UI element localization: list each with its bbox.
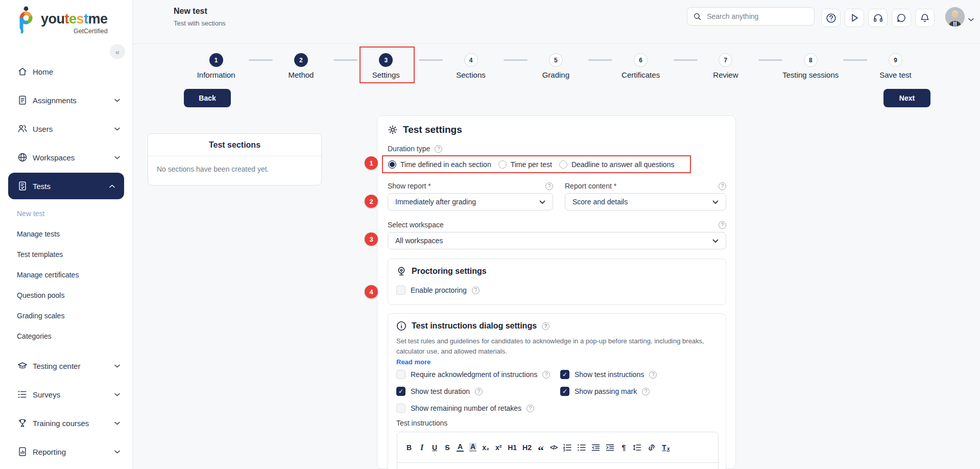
radio-control[interactable]	[559, 160, 567, 169]
ordered-list-icon[interactable]	[563, 443, 571, 452]
sidebar-item-home[interactable]: Home	[0, 57, 132, 86]
submenu-item-grading-scales[interactable]: Grading scales	[0, 306, 132, 326]
italic-icon[interactable]: I	[418, 443, 425, 452]
report-content-dropdown[interactable]: Score and details	[565, 193, 726, 210]
help-icon[interactable]: ?	[475, 388, 483, 395]
heading1-icon[interactable]: H1	[508, 443, 517, 452]
document-icon	[17, 95, 28, 106]
tutorials-button[interactable]	[845, 9, 864, 27]
sidebar-item-assignments[interactable]: Assignments	[0, 86, 132, 114]
sidebar-item-users[interactable]: Users	[0, 114, 132, 143]
chevron-down-icon	[114, 127, 120, 131]
search-icon	[694, 12, 701, 21]
submenu-item-categories[interactable]: Categories	[0, 326, 132, 346]
help-icon[interactable]: ?	[649, 371, 657, 379]
sidebar-item-tests[interactable]: Tests	[8, 173, 124, 199]
sidebar-item-surveys[interactable]: Surveys	[0, 380, 132, 409]
enable-proctoring-checkbox-row[interactable]: Enable proctoring ?	[396, 286, 480, 295]
radio-time-per-test[interactable]: Time per test	[498, 160, 552, 169]
read-more-link[interactable]: Read more	[396, 358, 431, 366]
show-passing-mark-checkbox[interactable]	[560, 387, 569, 396]
messages-button[interactable]	[892, 9, 911, 27]
sidebar-item-workspaces[interactable]: Workspaces	[0, 143, 132, 172]
chevron-down-icon	[114, 156, 120, 159]
submenu-item-question-pools[interactable]: Question pools	[0, 285, 132, 306]
submenu-item-manage-tests[interactable]: Manage tests	[0, 224, 132, 244]
outdent-icon[interactable]	[591, 443, 600, 452]
superscript-icon[interactable]: x²	[495, 443, 502, 452]
strikethrough-icon[interactable]: S	[444, 443, 451, 452]
bullet-list-icon[interactable]	[577, 443, 586, 452]
show-test-instructions-checkbox-row[interactable]: Show test instructions ?	[560, 370, 657, 379]
line-height-icon[interactable]	[633, 443, 641, 452]
workspace-label-row: Select workspace ?	[388, 221, 726, 229]
show-test-instructions-checkbox[interactable]	[560, 370, 569, 379]
editor-content-area[interactable]	[397, 463, 718, 469]
require-acknowledgment-checkbox-row[interactable]: Require acknowledgment of instructions ?	[396, 370, 550, 379]
underline-icon[interactable]: U	[431, 443, 438, 452]
heading2-icon[interactable]: H2	[522, 443, 532, 452]
step-method[interactable]: 2Method	[258, 47, 343, 79]
show-test-duration-checkbox-row[interactable]: Show test duration ?	[396, 387, 483, 396]
help-icon[interactable]: ?	[472, 287, 480, 294]
step-certificates[interactable]: 6Certificates	[598, 47, 683, 79]
home-icon	[17, 66, 28, 77]
show-report-dropdown[interactable]: Immediately after grading	[388, 193, 553, 210]
radio-time-per-section[interactable]: Time defined in each section	[388, 160, 491, 169]
blockquote-icon[interactable]: “	[537, 442, 544, 453]
user-avatar[interactable]	[945, 7, 965, 27]
back-button[interactable]: Back	[184, 89, 231, 107]
report-content-label: Report content *	[565, 182, 616, 190]
sidebar-nav: Home Assignments Users Workspaces Tests	[0, 57, 132, 469]
show-remaining-retakes-checkbox[interactable]	[396, 404, 405, 413]
help-icon[interactable]: ?	[542, 322, 549, 330]
help-icon[interactable]: ?	[719, 182, 726, 190]
help-icon[interactable]: ?	[642, 388, 650, 395]
sidebar-item-reporting[interactable]: Reporting	[0, 437, 132, 466]
help-icon[interactable]: ?	[527, 405, 534, 412]
code-icon[interactable]: </>	[550, 444, 557, 451]
help-icon[interactable]: ?	[542, 371, 550, 379]
step-grading[interactable]: 5Grading	[513, 47, 598, 79]
help-icon[interactable]: ?	[435, 145, 442, 153]
step-information[interactable]: 1Information	[174, 47, 258, 79]
bold-icon[interactable]: B	[405, 443, 413, 452]
help-icon[interactable]: ?	[545, 182, 553, 190]
help-icon[interactable]: ?	[719, 221, 726, 229]
require-acknowledgment-checkbox[interactable]	[396, 370, 405, 379]
subscript-icon[interactable]: x₂	[482, 443, 489, 452]
search-input[interactable]	[706, 12, 808, 21]
clear-formatting-icon[interactable]: Tx	[662, 443, 670, 452]
notifications-button[interactable]	[915, 9, 935, 27]
highlight-color-icon[interactable]: A	[469, 443, 476, 452]
sidebar-item-training-courses[interactable]: Training courses	[0, 409, 132, 437]
step-sections[interactable]: 4Sections	[428, 47, 513, 79]
radio-control[interactable]	[498, 160, 507, 169]
step-save-test[interactable]: 9Save test	[853, 47, 938, 79]
chevron-down-icon	[114, 421, 120, 425]
submenu-item-test-templates[interactable]: Test templates	[0, 244, 132, 265]
submenu-item-manage-certificates[interactable]: Manage certificates	[0, 265, 132, 285]
step-review[interactable]: 7Review	[683, 47, 768, 79]
report-chart-icon	[17, 446, 28, 457]
text-direction-icon[interactable]: ¶	[620, 443, 627, 452]
radio-selected-control[interactable]	[388, 160, 396, 169]
link-icon[interactable]	[647, 443, 656, 452]
show-test-duration-checkbox[interactable]	[396, 387, 405, 396]
show-remaining-retakes-checkbox-row[interactable]: Show remaining number of retakes ?	[396, 404, 534, 413]
sidebar-item-testing-center[interactable]: Testing center	[0, 351, 132, 380]
workspace-dropdown[interactable]: All workspaces	[388, 232, 726, 249]
show-passing-mark-checkbox-row[interactable]: Show passing mark ?	[560, 387, 650, 396]
help-button[interactable]	[821, 9, 841, 27]
step-testing-sessions[interactable]: 8Testing sessions	[768, 47, 853, 79]
sidebar-item-settings-partial[interactable]	[0, 466, 132, 469]
radio-deadline-all-questions[interactable]: Deadline to answer all questions	[559, 160, 675, 169]
text-color-icon[interactable]: A	[457, 443, 464, 452]
indent-icon[interactable]	[606, 443, 614, 452]
step-settings[interactable]: 3Settings	[344, 47, 428, 79]
support-button[interactable]	[868, 9, 888, 27]
submenu-item-new-test[interactable]: New test	[0, 203, 132, 224]
enable-proctoring-checkbox[interactable]	[396, 286, 405, 295]
next-button[interactable]: Next	[883, 89, 930, 107]
instructions-title-row: Test instructions dialog settings ?	[396, 321, 549, 331]
